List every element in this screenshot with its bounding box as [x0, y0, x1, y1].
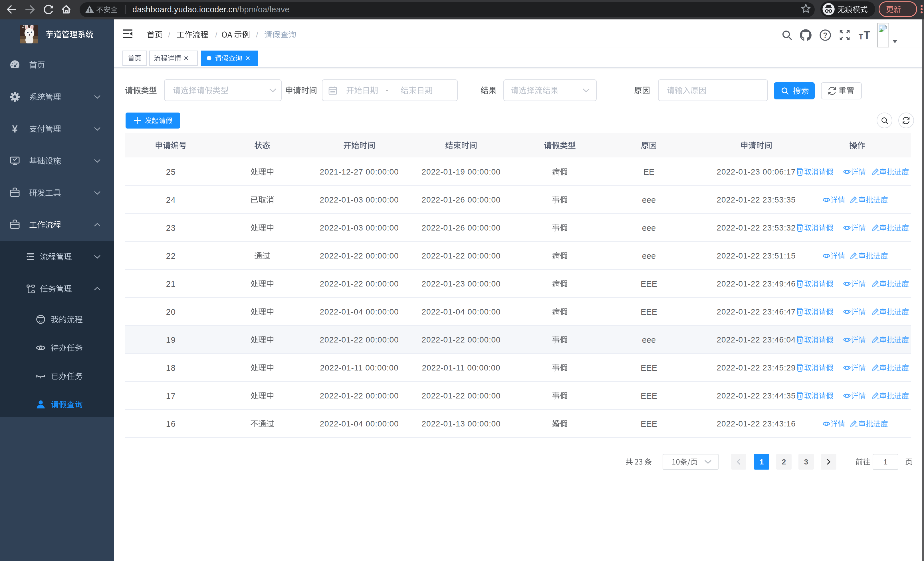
svg-text:/: / [215, 30, 218, 39]
svg-text:EEE: EEE [640, 307, 657, 316]
svg-text:?: ? [823, 31, 828, 39]
svg-text:19: 19 [166, 335, 176, 344]
svg-text:T: T [859, 33, 863, 41]
svg-text:2022-01-22 23:43:16: 2022-01-22 23:43:16 [717, 419, 796, 428]
svg-text:2022-01-22 23:53:35: 2022-01-22 23:53:35 [717, 196, 796, 204]
svg-text:EEE: EEE [640, 279, 657, 289]
svg-text:2022-01-22 23:53:32: 2022-01-22 23:53:32 [717, 223, 796, 232]
svg-text:2022-01-23 00:06:17: 2022-01-23 00:06:17 [717, 167, 796, 176]
svg-text:2022-01-22 00:00:00: 2022-01-22 00:00:00 [320, 251, 399, 260]
svg-text:21: 21 [166, 279, 176, 289]
svg-text:2: 2 [782, 457, 786, 466]
svg-text:2022-01-22 00:00:00: 2022-01-22 00:00:00 [320, 391, 399, 400]
svg-text:dashboard.yudao.iocoder.cn/bpm: dashboard.yudao.iocoder.cn/bpm/oa/leave [132, 5, 290, 14]
svg-text:2022-01-23 00:00:00: 2022-01-23 00:00:00 [422, 279, 501, 288]
svg-text:16: 16 [166, 419, 176, 429]
svg-text:2021-12-27 00:00:00: 2021-12-27 00:00:00 [320, 167, 399, 176]
svg-text:EEE: EEE [640, 363, 657, 373]
svg-text:eee: eee [642, 335, 656, 344]
svg-text:2022-01-04 00:00:00: 2022-01-04 00:00:00 [320, 419, 399, 428]
svg-text:1: 1 [884, 457, 888, 466]
svg-text:3: 3 [804, 457, 808, 466]
svg-text:/: / [256, 30, 258, 39]
svg-text:T: T [864, 29, 870, 41]
svg-text:2022-01-22 23:45:29: 2022-01-22 23:45:29 [717, 363, 796, 372]
svg-text:2022-01-22 23:49:46: 2022-01-22 23:49:46 [717, 279, 796, 288]
svg-text:2022-01-22 00:00:00: 2022-01-22 00:00:00 [320, 335, 399, 344]
svg-text:/: / [168, 30, 170, 39]
svg-text:2022-01-13 00:00:00: 2022-01-13 00:00:00 [422, 419, 501, 428]
svg-text:2022-01-22 00:00:00: 2022-01-22 00:00:00 [422, 335, 501, 344]
svg-text:2022-01-22 23:46:04: 2022-01-22 23:46:04 [717, 335, 796, 344]
svg-text:20: 20 [166, 307, 176, 316]
svg-text:eee: eee [642, 223, 656, 233]
svg-text:2022-01-04 00:00:00: 2022-01-04 00:00:00 [320, 307, 399, 316]
svg-text:2022-01-22 23:44:35: 2022-01-22 23:44:35 [717, 391, 796, 400]
svg-text:EEE: EEE [640, 391, 657, 400]
svg-text:2022-01-11 00:00:00: 2022-01-11 00:00:00 [320, 363, 398, 372]
svg-text:2022-01-22 00:00:00: 2022-01-22 00:00:00 [320, 279, 399, 288]
svg-text:2022-01-04 00:00:00: 2022-01-04 00:00:00 [422, 307, 501, 316]
svg-text:17: 17 [166, 391, 176, 400]
svg-text:eee: eee [642, 251, 656, 260]
svg-text:2022-01-26 00:00:00: 2022-01-26 00:00:00 [422, 223, 501, 232]
svg-text:1: 1 [760, 457, 764, 466]
svg-text:2022-01-03 00:00:00: 2022-01-03 00:00:00 [320, 196, 399, 204]
svg-text:2022-01-03 00:00:00: 2022-01-03 00:00:00 [320, 223, 399, 232]
svg-text:-: - [386, 86, 388, 95]
svg-text:18: 18 [166, 363, 176, 373]
svg-text:22: 22 [166, 251, 176, 260]
svg-text:23: 23 [166, 223, 176, 233]
svg-text:EE: EE [644, 167, 655, 176]
svg-text:2022-01-26 00:00:00: 2022-01-26 00:00:00 [422, 196, 501, 204]
svg-text:2022-01-22 23:46:47: 2022-01-22 23:46:47 [717, 307, 796, 316]
svg-text:24: 24 [166, 196, 176, 205]
svg-text:eee: eee [642, 196, 656, 205]
svg-text:2022-01-22 00:00:00: 2022-01-22 00:00:00 [422, 251, 501, 260]
svg-text:EEE: EEE [640, 419, 657, 429]
svg-text:2022-01-22 23:51:15: 2022-01-22 23:51:15 [717, 251, 796, 260]
svg-text:25: 25 [166, 167, 176, 176]
svg-text:2022-01-22 00:00:00: 2022-01-22 00:00:00 [422, 391, 501, 400]
svg-text:2022-01-19 00:00:00: 2022-01-19 00:00:00 [422, 167, 501, 176]
svg-text:2022-01-11 00:00:00: 2022-01-11 00:00:00 [422, 363, 500, 372]
